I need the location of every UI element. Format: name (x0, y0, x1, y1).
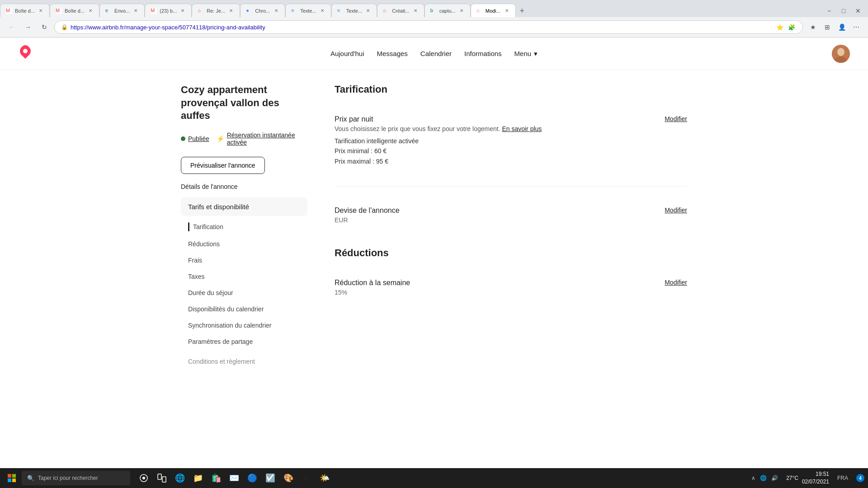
forward-button[interactable]: → (22, 21, 34, 33)
restore-button[interactable]: □ (837, 5, 850, 17)
devise-value: EUR (335, 216, 654, 224)
airbnb-logo[interactable] (18, 45, 33, 62)
sidebar-item-taxes[interactable]: Taxes (181, 268, 307, 285)
browser-right-icons: ★ ⊞ 👤 ⋯ (807, 21, 863, 33)
new-tab-button[interactable]: + (516, 5, 528, 17)
nav-informations[interactable]: Informations (464, 50, 502, 57)
docs-favicon: ≡ (291, 8, 297, 14)
listing-title-sidebar: Cozy appartement provençal vallon des au… (181, 84, 307, 122)
sidebar-item-frais[interactable]: Frais (181, 252, 307, 268)
nav-links: Aujourd'hui Messages Calendrier Informat… (330, 50, 538, 58)
tab-chrome[interactable]: ● Chro... ✕ (240, 4, 285, 17)
airbnb-favicon-2: ⌂ (383, 8, 389, 14)
reductions-section: Réductions Réduction à la semaine 15% Mo… (335, 247, 687, 305)
refresh-button[interactable]: ↻ (38, 21, 51, 33)
tab-label-10: captu... (439, 8, 456, 14)
profile-icon[interactable]: 👤 (835, 21, 848, 33)
tab-close-3[interactable]: ✕ (132, 8, 139, 14)
prix-minimal: Prix minimal : 60 € (335, 146, 654, 156)
active-indicator (188, 222, 189, 231)
sidebar-conditions[interactable]: Conditions et règlement (181, 353, 307, 370)
tab-label-9: Créati... (392, 8, 410, 14)
tab-close-10[interactable]: ✕ (458, 8, 465, 14)
tab-close-9[interactable]: ✕ (412, 8, 419, 14)
sidebar-item-reductions[interactable]: Réductions (181, 236, 307, 252)
tab-close-11[interactable]: ✕ (504, 8, 510, 14)
nav-messages[interactable]: Messages (377, 50, 407, 57)
tab-close-2[interactable]: ✕ (87, 8, 94, 14)
bing-favicon: b (430, 8, 437, 14)
menu-label: Menu (514, 50, 532, 57)
sidebar: Cozy appartement provençal vallon des au… (181, 84, 307, 370)
address-bar[interactable]: 🔒 https://www.airbnb.fr/manage-your-spac… (54, 20, 803, 34)
sidebar-tarifs[interactable]: Tarifs et disponibilité (181, 197, 307, 216)
nav-menu[interactable]: Menu ▾ (514, 50, 538, 58)
user-avatar[interactable] (832, 45, 850, 63)
en-savoir-plus-link[interactable]: En savoir plus (502, 125, 542, 132)
tab-reje[interactable]: ⌂ Re: Je... ✕ (192, 4, 240, 17)
tab-texte2[interactable]: ≡ Texte... ✕ (331, 4, 377, 17)
tab-close-5[interactable]: ✕ (228, 8, 234, 14)
sidebar-item-label-frais: Frais (188, 257, 202, 264)
nav-calendar[interactable]: Calendrier (420, 50, 452, 57)
tab-close-7[interactable]: ✕ (319, 8, 326, 14)
section-divider-1 (335, 186, 687, 187)
star-favicon-icon[interactable]: ⭐ (775, 23, 784, 32)
sidebar-item-synchro[interactable]: Synchronisation du calendrier (181, 317, 307, 333)
reduction-semaine-info: Réduction à la semaine 15% (335, 279, 654, 296)
minimize-button[interactable]: − (823, 5, 835, 17)
prix-nuit-label: Prix par nuit (335, 115, 654, 123)
tab-close-8[interactable]: ✕ (365, 8, 371, 14)
settings-icon[interactable]: ⋯ (850, 21, 863, 33)
tarification-title: Tarification (335, 84, 687, 95)
sidebar-item-disponibilites[interactable]: Disponibilités du calendrier (181, 301, 307, 317)
tab-label-5: Re: Je... (207, 8, 225, 14)
tab-23[interactable]: M (23) b... ✕ (145, 4, 192, 17)
tab-envo[interactable]: e Envo... ✕ (99, 4, 145, 17)
tab-captu[interactable]: b captu... ✕ (425, 4, 471, 17)
nav-today[interactable]: Aujourd'hui (330, 50, 364, 57)
collections-icon[interactable]: ⊞ (821, 21, 834, 33)
devise-info: Devise de l'annonce EUR (335, 206, 654, 224)
tab-modi-active[interactable]: ⌂ Modi... ✕ (471, 4, 516, 17)
preview-button[interactable]: Prévisualiser l'annonce (181, 157, 265, 174)
tab-creati[interactable]: ⌂ Créati... ✕ (377, 4, 425, 17)
tab-label-3: Envo... (114, 8, 130, 14)
instant-text[interactable]: Réservation instantanée activée (227, 131, 307, 146)
tab-close-4[interactable]: ✕ (179, 8, 186, 14)
modify-devise-btn[interactable]: Modifier (665, 206, 687, 214)
tab-gmail-1[interactable]: M Boîte d... ✕ (0, 4, 50, 17)
status-published[interactable]: Publiée (181, 135, 209, 142)
sidebar-item-label-duree: Durée du séjour (188, 289, 233, 296)
tab-texte1[interactable]: ≡ Texte... ✕ (285, 4, 331, 17)
tarification-intelligente: Tarification intelligente activée (335, 136, 654, 146)
prix-nuit-desc: Vous choisissez le prix que vous fixez p… (335, 125, 654, 132)
gmail-favicon-2: M (56, 8, 62, 14)
prix-nuit-info: Prix par nuit Vous choisissez le prix qu… (335, 115, 654, 166)
modify-prix-btn[interactable]: Modifier (665, 115, 687, 122)
tab-label-8: Texte... (346, 8, 362, 14)
tab-label-7: Texte... (300, 8, 316, 14)
tab-close[interactable]: ✕ (38, 8, 44, 14)
tab-label-11: Modi... (486, 8, 501, 14)
reduction-semaine-value: 15% (335, 289, 654, 296)
nav-right (832, 45, 850, 63)
tab-close-6[interactable]: ✕ (273, 8, 279, 14)
extension-icon[interactable]: 🧩 (787, 23, 796, 32)
sidebar-item-duree[interactable]: Durée du séjour (181, 285, 307, 301)
instant-book-status[interactable]: ⚡ Réservation instantanée activée (217, 131, 307, 146)
tab-label: Boîte d... (15, 8, 35, 14)
sidebar-item-label-reductions: Réductions (188, 240, 220, 248)
sidebar-item-tarification[interactable]: Tarification (181, 218, 307, 236)
status-text[interactable]: Publiée (188, 135, 209, 142)
close-window-button[interactable]: ✕ (852, 5, 864, 17)
back-button[interactable]: ← (5, 21, 18, 33)
airbnb-favicon-active: ⌂ (476, 8, 483, 14)
modify-reduction-btn[interactable]: Modifier (665, 279, 687, 286)
tab-gmail-2[interactable]: M Boîte d... ✕ (50, 4, 99, 17)
favorites-icon[interactable]: ★ (807, 21, 819, 33)
airbnb-favicon: ⌂ (198, 8, 204, 14)
sidebar-item-partage[interactable]: Paramètres de partage (181, 333, 307, 350)
status-dot (181, 136, 185, 141)
lightning-icon: ⚡ (217, 135, 224, 142)
